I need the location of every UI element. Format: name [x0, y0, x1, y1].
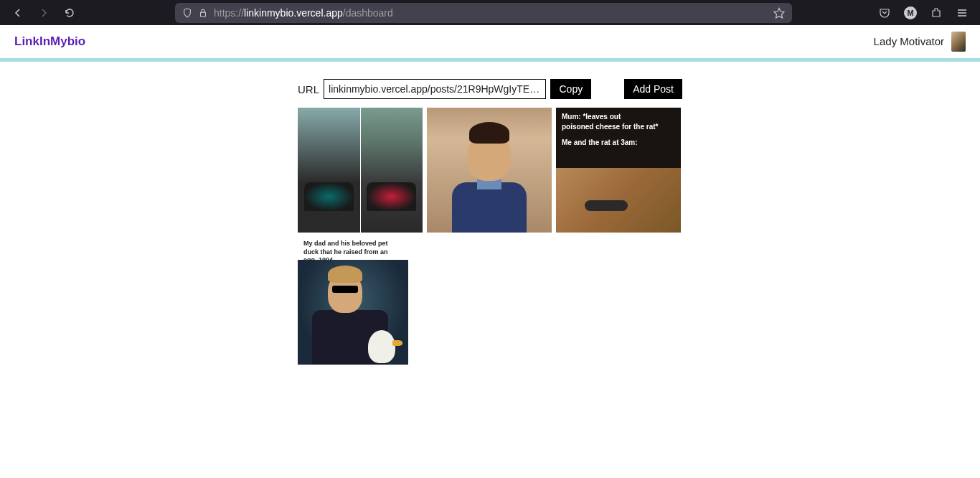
url-input[interactable]: [324, 79, 546, 99]
browser-chrome: https://linkinmybio.vercel.app/dashboard…: [0, 0, 980, 25]
app-logo[interactable]: LinkInMybio: [14, 34, 85, 49]
username[interactable]: Lady Motivator: [874, 35, 944, 47]
meme-text: Mum: *leaves out poisoned cheese for the…: [556, 108, 681, 152]
post-rat-meme[interactable]: Mum: *leaves out poisoned cheese for the…: [556, 108, 681, 233]
add-post-button[interactable]: Add Post: [624, 79, 682, 99]
posts-grid: Mum: *leaves out poisoned cheese for the…: [298, 108, 682, 365]
back-button[interactable]: [7, 2, 29, 24]
reload-button[interactable]: [59, 2, 80, 24]
pocket-icon[interactable]: [874, 2, 895, 24]
post-duck-dad[interactable]: My dad and his beloved pet duck that he …: [298, 237, 408, 365]
post-f1-comparison[interactable]: [298, 108, 423, 233]
lock-icon: [198, 8, 208, 18]
url-text: https://linkinmybio.vercel.app/dashboard: [214, 7, 768, 19]
copy-button[interactable]: Copy: [550, 79, 591, 99]
app-header: LinkInMybio Lady Motivator: [0, 25, 980, 58]
url-label: URL: [298, 83, 319, 95]
menu-icon[interactable]: [951, 2, 973, 24]
extensions-icon[interactable]: [925, 2, 947, 24]
forward-button[interactable]: [33, 2, 55, 24]
main-content: URL Copy Add Post Mum: *leaves out poiso…: [0, 62, 980, 365]
url-row: URL Copy Add Post: [298, 79, 682, 99]
shield-icon: [182, 8, 192, 18]
post-man-portrait[interactable]: [427, 108, 552, 233]
account-icon[interactable]: M: [900, 2, 921, 24]
address-bar[interactable]: https://linkinmybio.vercel.app/dashboard: [175, 3, 792, 23]
star-icon[interactable]: [773, 7, 785, 19]
svg-rect-0: [201, 12, 206, 17]
avatar[interactable]: [951, 32, 966, 52]
